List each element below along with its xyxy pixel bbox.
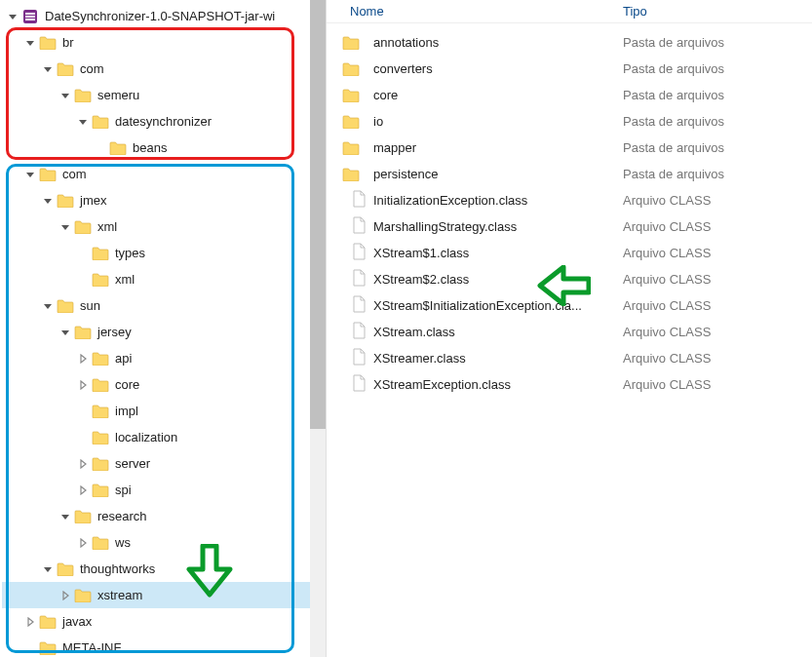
file-icon xyxy=(352,374,366,395)
tree-item-label: api xyxy=(115,351,132,366)
tree-item-xstream[interactable]: xstream xyxy=(2,582,326,608)
chevron-right-icon[interactable] xyxy=(76,457,90,471)
tree-item-api[interactable]: api xyxy=(2,345,326,371)
tree-item-spi[interactable]: spi xyxy=(2,477,326,503)
folder-icon xyxy=(342,167,360,182)
tree-item-xml[interactable]: xml xyxy=(2,213,326,240)
file-row[interactable]: mapperPasta de arquivos xyxy=(327,135,812,161)
chevron-down-icon[interactable] xyxy=(23,168,37,181)
folder-icon xyxy=(74,88,92,103)
chevron-down-icon[interactable] xyxy=(6,10,19,23)
file-row[interactable]: InitializationException.classArquivo CLA… xyxy=(327,187,812,213)
file-type: Arquivo CLASS xyxy=(615,246,711,260)
file-row[interactable]: XStreamException.classArquivo CLASS xyxy=(327,371,812,398)
tree-item-label: br xyxy=(62,35,74,50)
column-header-tipo[interactable]: Tipo xyxy=(615,4,812,19)
tree-item-com[interactable]: com xyxy=(2,161,326,187)
file-row[interactable]: XStream$2.classArquivo CLASS xyxy=(327,266,812,292)
file-name: MarshallingStrategy.class xyxy=(373,219,615,234)
folder-icon xyxy=(92,114,109,130)
chevron-down-icon[interactable] xyxy=(41,62,55,76)
tree-item-research[interactable]: research xyxy=(2,503,326,529)
chevron-down-icon[interactable] xyxy=(58,220,72,234)
tree-item-br[interactable]: br xyxy=(2,29,326,56)
file-row[interactable]: XStream.classArquivo CLASS xyxy=(327,319,812,345)
tree-item-thoughtworks[interactable]: thoughtworks xyxy=(2,556,326,582)
chevron-down-icon[interactable] xyxy=(23,36,37,50)
folder-icon xyxy=(342,35,360,51)
tree-item-label: jersey xyxy=(97,325,132,339)
tree-item-label: datesynchronizer xyxy=(115,114,212,129)
tree-item-label: semeru xyxy=(97,88,139,102)
tree-item-javax[interactable]: javax xyxy=(2,608,326,635)
file-icon xyxy=(352,295,366,316)
tree-item-localization[interactable]: localization xyxy=(2,424,326,450)
folder-icon xyxy=(92,404,109,419)
folder-icon xyxy=(74,325,92,340)
file-row[interactable]: persistencePasta de arquivos xyxy=(327,161,812,187)
tree-item-datesynchronizer[interactable]: datesynchronizer xyxy=(2,108,326,135)
file-type: Arquivo CLASS xyxy=(615,351,711,366)
file-row[interactable]: XStreamer.classArquivo CLASS xyxy=(327,345,812,371)
file-icon xyxy=(352,348,366,368)
tree-item-jmex[interactable]: jmex xyxy=(2,187,326,213)
tree-item-META-INF[interactable]: META-INF xyxy=(2,635,326,657)
folder-icon xyxy=(74,588,92,603)
chevron-right-icon[interactable] xyxy=(76,352,90,366)
tree-item-xml[interactable]: xml xyxy=(2,266,326,292)
chevron-down-icon[interactable] xyxy=(41,194,55,208)
file-name: converters xyxy=(373,61,615,76)
tree-item-label: xml xyxy=(97,219,117,234)
tree-item-core[interactable]: core xyxy=(2,371,326,398)
file-type: Arquivo CLASS xyxy=(615,298,711,313)
file-type: Pasta de arquivos xyxy=(615,140,724,155)
column-header-nome[interactable]: Nome xyxy=(327,4,615,19)
chevron-down-icon[interactable] xyxy=(41,562,55,576)
chevron-right-icon[interactable] xyxy=(58,589,72,602)
tree-item-types[interactable]: types xyxy=(2,240,326,266)
chevron-down-icon[interactable] xyxy=(41,299,55,313)
tree-item-jersey[interactable]: jersey xyxy=(2,319,326,345)
folder-icon xyxy=(57,61,74,77)
folder-icon xyxy=(39,35,57,51)
file-icon xyxy=(352,243,366,263)
tree-item-semeru[interactable]: semeru xyxy=(2,82,326,108)
folder-icon xyxy=(92,246,109,261)
chevron-down-icon[interactable] xyxy=(58,89,72,102)
chevron-down-icon[interactable] xyxy=(76,115,90,129)
file-name: annotations xyxy=(373,35,615,50)
tree-item-label: com xyxy=(62,167,87,181)
tree-item-sun[interactable]: sun xyxy=(2,292,326,319)
file-row[interactable]: XStream$InitializationException.cla...Ar… xyxy=(327,292,812,319)
tree-item-label: research xyxy=(97,509,147,523)
file-row[interactable]: corePasta de arquivos xyxy=(327,82,812,108)
file-row[interactable]: convertersPasta de arquivos xyxy=(327,56,812,82)
tree-item-label: server xyxy=(115,456,150,471)
file-name: XStreamException.class xyxy=(373,377,615,392)
file-type: Arquivo CLASS xyxy=(615,193,711,208)
tree-item-com[interactable]: com xyxy=(2,56,326,82)
chevron-down-icon[interactable] xyxy=(58,510,72,523)
tree-item-beans[interactable]: beans xyxy=(2,135,326,161)
tree-item-ws[interactable]: ws xyxy=(2,529,326,556)
archive-icon xyxy=(21,9,39,24)
file-row[interactable]: annotationsPasta de arquivos xyxy=(327,29,812,56)
folder-icon xyxy=(92,377,109,393)
tree-item-root[interactable]: DateSynchronizer-1.0-SNAPSHOT-jar-wi xyxy=(2,3,326,29)
chevron-right-icon[interactable] xyxy=(76,483,90,497)
tree-item-server[interactable]: server xyxy=(2,450,326,477)
file-row[interactable]: MarshallingStrategy.classArquivo CLASS xyxy=(327,213,812,240)
svg-rect-3 xyxy=(25,19,35,20)
tree-item-impl[interactable]: impl xyxy=(2,398,326,424)
file-type: Pasta de arquivos xyxy=(615,167,724,181)
scrollbar-thumb[interactable] xyxy=(310,0,326,429)
file-row[interactable]: XStream$1.classArquivo CLASS xyxy=(327,240,812,266)
chevron-right-icon[interactable] xyxy=(23,615,37,629)
svg-rect-1 xyxy=(25,13,35,15)
chevron-right-icon[interactable] xyxy=(76,536,90,550)
file-row[interactable]: ioPasta de arquivos xyxy=(327,108,812,135)
chevron-down-icon[interactable] xyxy=(58,326,72,339)
file-name: XStream$1.class xyxy=(373,246,615,260)
tree-item-label: xml xyxy=(115,272,135,287)
chevron-right-icon[interactable] xyxy=(76,378,90,392)
